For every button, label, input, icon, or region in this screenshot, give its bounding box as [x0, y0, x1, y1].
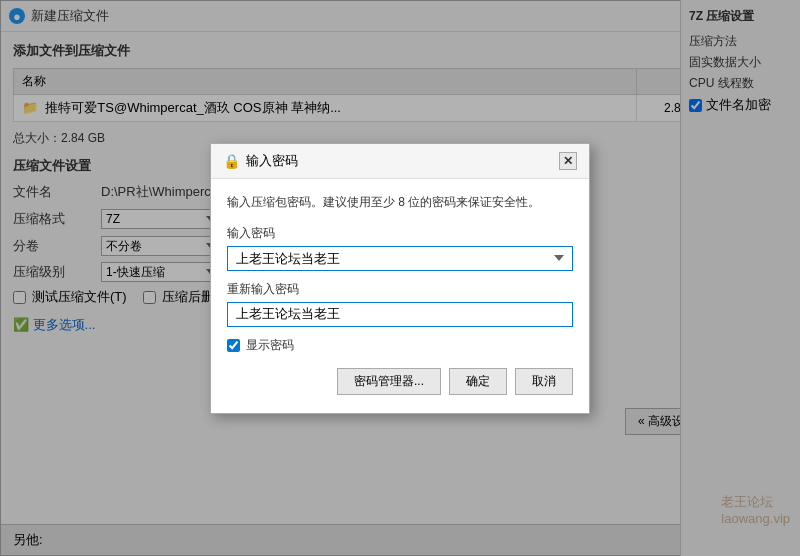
password-label: 输入密码 [227, 225, 573, 242]
dialog-overlay: 🔒 输入密码 ✕ 输入压缩包密码。建议使用至少 8 位的密码来保证安全性。 输入… [0, 0, 800, 556]
dialog-hint: 输入压缩包密码。建议使用至少 8 位的密码来保证安全性。 [227, 193, 573, 211]
password-dialog: 🔒 输入密码 ✕ 输入压缩包密码。建议使用至少 8 位的密码来保证安全性。 输入… [210, 143, 590, 414]
password-manager-button[interactable]: 密码管理器... [337, 368, 441, 395]
dialog-body: 输入压缩包密码。建议使用至少 8 位的密码来保证安全性。 输入密码 上老王论坛当… [211, 179, 589, 413]
cancel-button[interactable]: 取消 [515, 368, 573, 395]
show-password-label[interactable]: 显示密码 [246, 337, 294, 354]
reenter-input[interactable] [227, 302, 573, 327]
show-password-checkbox[interactable] [227, 339, 240, 352]
dialog-close-button[interactable]: ✕ [559, 152, 577, 170]
confirm-button[interactable]: 确定 [449, 368, 507, 395]
dialog-icon: 🔒 [223, 153, 240, 169]
dialog-title: 🔒 输入密码 [223, 152, 298, 170]
reenter-label: 重新输入密码 [227, 281, 573, 298]
dialog-titlebar: 🔒 输入密码 ✕ [211, 144, 589, 179]
dialog-buttons: 密码管理器... 确定 取消 [227, 368, 573, 399]
password-dropdown[interactable]: 上老王论坛当老王 [227, 246, 573, 271]
show-password-row: 显示密码 [227, 337, 573, 354]
